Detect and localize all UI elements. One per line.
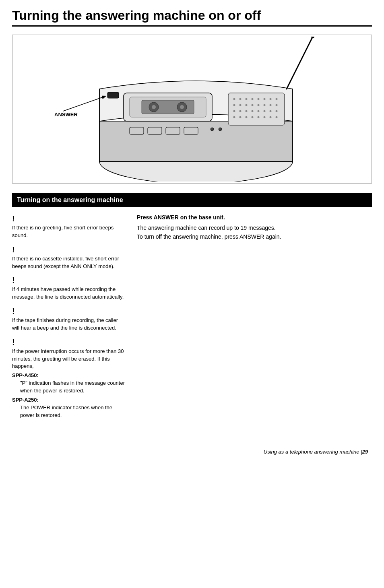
svg-point-27 — [239, 116, 242, 118]
section-heading: Turning on the answering machine — [12, 193, 372, 207]
note-1: ! If there is no greeting, five short er… — [12, 214, 125, 239]
note-3: ! If 4 minutes have passed while recordi… — [12, 276, 125, 301]
svg-rect-41 — [130, 127, 144, 134]
device-image: ANSWER — [12, 35, 372, 184]
content-area: ! If there is no greeting, five short er… — [12, 214, 372, 425]
instruction-line1: The answering machine can record up to 1… — [137, 224, 372, 233]
footer-label: Using as a telephone answering machine — [264, 449, 359, 455]
exclamation-4: ! — [12, 307, 125, 316]
instruction-line2: To turn off the answering machine, press… — [137, 233, 372, 241]
svg-point-26 — [233, 116, 235, 118]
note-2-text: If there is no cassette installed, five … — [12, 255, 125, 270]
footer: Using as a telephone answering machine |… — [12, 449, 368, 455]
svg-point-28 — [246, 116, 248, 118]
instructions-column: Press ANSWER on the base unit. The answe… — [137, 214, 372, 425]
note-3-text: If 4 minutes have passed while recording… — [12, 286, 125, 301]
svg-rect-43 — [166, 127, 180, 134]
svg-point-13 — [252, 104, 254, 106]
svg-point-20 — [246, 110, 248, 112]
svg-point-32 — [270, 116, 272, 118]
svg-point-24 — [270, 110, 272, 112]
note-5: ! If the power interruption occurs for m… — [12, 338, 125, 419]
svg-point-21 — [252, 110, 254, 112]
exclamation-2: ! — [12, 245, 125, 254]
svg-point-40 — [180, 105, 184, 109]
device-svg: ANSWER — [27, 37, 357, 182]
note-5-sub2: SPP-A250: The POWER indicator flashes wh… — [12, 396, 125, 419]
svg-point-39 — [152, 105, 156, 109]
svg-point-6 — [258, 98, 260, 100]
svg-point-33 — [276, 116, 278, 118]
svg-point-19 — [239, 110, 242, 112]
svg-point-5 — [252, 98, 254, 100]
svg-point-10 — [233, 104, 235, 106]
svg-point-17 — [276, 104, 278, 106]
svg-point-46 — [219, 128, 222, 131]
svg-point-29 — [252, 116, 254, 118]
svg-point-12 — [246, 104, 248, 106]
note-5-sub1: SPP-A450: "P" indication flashes in the … — [12, 372, 125, 395]
svg-point-4 — [246, 98, 248, 100]
title-divider — [12, 25, 372, 27]
svg-point-3 — [239, 98, 242, 100]
page-number: 29 — [362, 449, 368, 455]
note-5-sub1-detail: "P" indication flashes in the message co… — [12, 380, 125, 395]
svg-point-18 — [233, 110, 235, 112]
svg-point-9 — [276, 98, 278, 100]
note-1-text: If there is no greeting, five short erro… — [12, 224, 125, 239]
svg-rect-44 — [184, 127, 198, 134]
svg-point-30 — [258, 116, 260, 118]
svg-point-25 — [276, 110, 278, 112]
svg-rect-42 — [148, 127, 162, 134]
page-title: Turning the answering machine on or off — [12, 8, 372, 23]
svg-rect-47 — [107, 92, 119, 98]
svg-point-11 — [239, 104, 242, 106]
svg-point-2 — [233, 98, 235, 100]
note-5-main-text: If the power interruption occurs for mor… — [12, 348, 125, 371]
svg-point-31 — [264, 116, 266, 118]
exclamation-1: ! — [12, 214, 125, 223]
svg-rect-1 — [228, 93, 285, 125]
note-2: ! If there is no cassette installed, fiv… — [12, 245, 125, 270]
press-instruction-heading: Press ANSWER on the base unit. — [137, 214, 372, 221]
note-5-sub2-detail: The POWER indicator flashes when the pow… — [12, 404, 125, 419]
note-4: ! If the tape finishes during recording,… — [12, 307, 125, 332]
svg-point-8 — [270, 98, 272, 100]
note-4-text: If the tape finishes during recording, t… — [12, 317, 125, 332]
svg-point-23 — [264, 110, 266, 112]
svg-line-48 — [287, 37, 313, 89]
svg-point-7 — [264, 98, 266, 100]
notes-column: ! If there is no greeting, five short er… — [12, 214, 125, 425]
svg-point-16 — [270, 104, 272, 106]
svg-point-15 — [264, 104, 266, 106]
exclamation-3: ! — [12, 276, 125, 285]
svg-point-45 — [211, 128, 214, 131]
svg-point-22 — [258, 110, 260, 112]
footer-separator: | — [359, 449, 362, 455]
svg-point-14 — [258, 104, 260, 106]
exclamation-5: ! — [12, 338, 125, 347]
answer-label: ANSWER — [54, 111, 78, 118]
